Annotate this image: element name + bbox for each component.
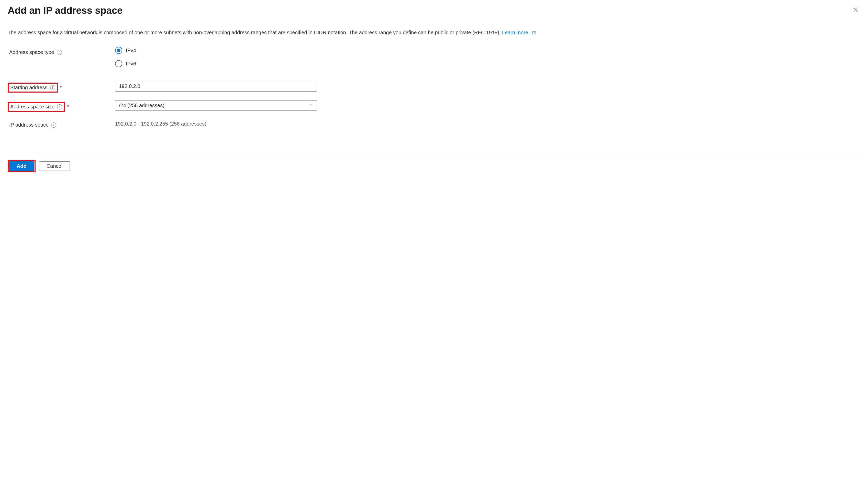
external-link-icon [532,29,536,36]
address-space-size-dropdown[interactable]: /24 (256 addresses) [115,100,317,111]
label-starting-address: Starting address i * [8,81,115,93]
info-icon[interactable]: i [57,104,62,109]
field-address-space-size: Address space size i * /24 (256 addresse… [8,100,860,112]
svg-line-2 [534,31,535,33]
field-ip-address-space: IP address space i 192.0.2.0 - 192.0.2.2… [8,119,860,129]
label-text: Address space type [9,49,54,55]
panel-header: Add an IP address space [8,5,860,16]
field-starting-address: Starting address i * [8,81,860,93]
radio-indicator-icon [115,47,122,54]
panel-description: The address space for a virtual network … [8,29,860,36]
radio-label: IPv4 [126,48,136,53]
radio-indicator-icon [115,60,122,67]
field-address-space-type: Address space type i IPv4 IPv6 [8,47,860,73]
dropdown-value: /24 (256 addresses) [119,103,164,108]
cancel-button[interactable]: Cancel [39,161,70,171]
footer-separator [8,152,860,152]
info-icon[interactable]: i [51,123,56,128]
radio-ipv4[interactable]: IPv4 [115,47,317,54]
label-text: Address space size [10,104,54,110]
label-address-space-size: Address space size i * [8,100,115,112]
chevron-down-icon [309,103,313,108]
learn-more-link[interactable]: Learn more. [502,30,536,35]
label-ip-address-space: IP address space i [8,119,115,129]
add-button-highlight: Add [8,160,35,172]
info-icon[interactable]: i [50,85,55,90]
required-indicator: * [67,104,69,110]
label-address-space-type: Address space type i [8,47,115,56]
required-indicator: * [60,85,62,91]
footer-buttons: Add Cancel [8,160,860,172]
starting-address-input[interactable] [115,81,317,92]
label-text: IP address space [9,122,49,128]
radio-group-address-type: IPv4 IPv6 [115,47,317,73]
panel-title: Add an IP address space [8,5,123,16]
label-text: Starting address [10,85,48,91]
close-icon[interactable] [851,5,860,15]
ip-address-space-value: 192.0.2.0 - 192.0.2.255 (256 addresses) [115,119,317,127]
add-button[interactable]: Add [9,161,34,171]
radio-label: IPv6 [126,61,136,67]
description-text: The address space for a virtual network … [8,30,500,35]
radio-ipv6[interactable]: IPv6 [115,60,317,67]
learn-more-label: Learn more. [502,30,530,35]
info-icon[interactable]: i [57,50,62,55]
